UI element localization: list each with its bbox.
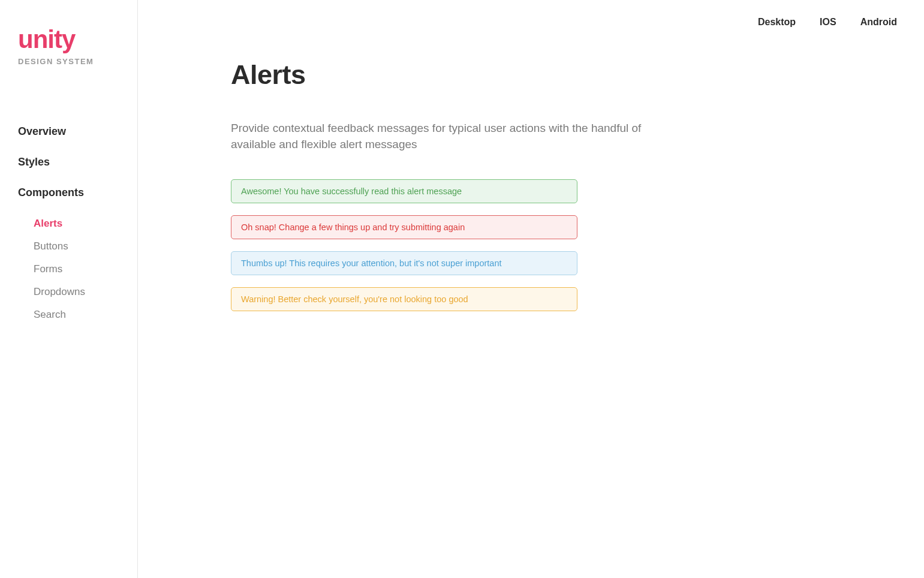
content: Alerts Provide contextual feedback messa…: [138, 44, 821, 323]
sidebar-subitem-alerts[interactable]: Alerts: [34, 212, 119, 235]
alert-text: Awesome! You have successfully read this…: [241, 186, 462, 196]
logo-title: unity: [18, 27, 119, 52]
alert-info: Thumbs up! This requires your attention,…: [231, 251, 577, 275]
alert-success: Awesome! You have successfully read this…: [231, 179, 577, 203]
sidebar-item-components[interactable]: Components: [18, 184, 119, 201]
page-description: Provide contextual feedback messages for…: [231, 121, 663, 152]
alert-text: Oh snap! Change a few things up and try …: [241, 222, 465, 232]
sidebar-subitem-forms[interactable]: Forms: [34, 258, 119, 281]
sidebar-submenu: Alerts Buttons Forms Dropdowns Search: [18, 212, 119, 326]
logo-subtitle: DESIGN SYSTEM: [18, 57, 119, 66]
main-area: Desktop IOS Android Alerts Provide conte…: [138, 0, 924, 578]
sidebar-nav: Overview Styles Components Alerts Button…: [18, 123, 119, 326]
alert-danger: Oh snap! Change a few things up and try …: [231, 215, 577, 239]
tab-android[interactable]: Android: [860, 17, 897, 28]
sidebar-item-overview[interactable]: Overview: [18, 123, 119, 140]
sidebar: unity DESIGN SYSTEM Overview Styles Comp…: [0, 0, 138, 578]
sidebar-subitem-dropdowns[interactable]: Dropdowns: [34, 281, 119, 303]
sidebar-item-styles[interactable]: Styles: [18, 153, 119, 171]
topbar: Desktop IOS Android: [138, 0, 924, 44]
page-title: Alerts: [231, 59, 729, 91]
tab-desktop[interactable]: Desktop: [758, 17, 796, 28]
logo: unity DESIGN SYSTEM: [18, 27, 119, 66]
alert-text: Thumbs up! This requires your attention,…: [241, 258, 502, 268]
tab-ios[interactable]: IOS: [820, 17, 836, 28]
alert-text: Warning! Better check yourself, you're n…: [241, 294, 468, 304]
sidebar-subitem-search[interactable]: Search: [34, 303, 119, 326]
alert-warning: Warning! Better check yourself, you're n…: [231, 287, 577, 311]
sidebar-subitem-buttons[interactable]: Buttons: [34, 235, 119, 258]
